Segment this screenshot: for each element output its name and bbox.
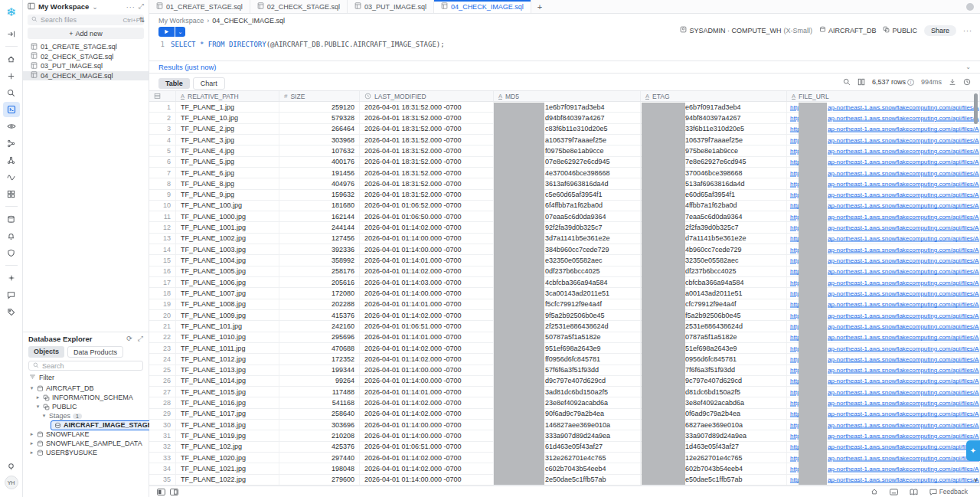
file-item[interactable]: 04_CHECK_IMAGE.sql [23,71,149,81]
share-button[interactable]: Share [924,25,956,36]
add-new-icon[interactable] [3,68,20,83]
table-row[interactable]: 22TF_PLANE_1010.jpg2956962026-04-01 01:1… [149,332,980,343]
column-header-file_url[interactable]: AFILE_URL [787,91,980,101]
results-tab[interactable]: Results (just now) [158,63,217,71]
docs-icon[interactable] [910,489,918,495]
table-row[interactable]: 8TF_PLANE_8.jpg4049762026-04-01 18:31:52… [149,178,980,189]
table-row[interactable]: 31TF_PLANE_1019.jpg2102082026-04-01 01:1… [149,430,980,441]
file-item[interactable]: 01_CREATE_STAGE.sql [23,42,149,52]
view-tab-chart[interactable]: Chart [193,77,225,90]
download-icon[interactable] [949,78,956,86]
user-avatar[interactable]: YH [5,476,18,489]
table-row[interactable]: 25TF_PLANE_1013.jpg1993442026-04-01 01:1… [149,365,980,376]
row-number-header[interactable] [149,91,176,101]
shortcuts-icon[interactable] [890,489,898,495]
toggle-editor-pane-icon[interactable] [157,489,165,495]
column-header-last_modified[interactable]: LAST_MODIFIED [360,91,494,101]
search-files-input[interactable]: Search files Ctrl+P [28,15,144,25]
expander-icon[interactable]: ▸ [35,394,41,401]
view-tab-table[interactable]: Table [158,78,190,89]
alerts-icon[interactable] [3,228,20,244]
tree-item-aircraft_image_stage[interactable]: AIRCRAFT_IMAGE_STAGE [23,420,149,430]
table-row[interactable]: 4TF_PLANE_3.jpg3039682026-04-01 18:31:52… [149,135,980,146]
tree-item-user$yusuke[interactable]: ▸USER$YUSUKE [23,448,149,457]
filter-button[interactable]: Filter [23,373,149,384]
table-row[interactable]: 10TF_PLANE_100.jpg1816802026-04-01 01:06… [149,201,980,211]
breadcrumb-root[interactable]: My Workspace [158,17,204,25]
expander-icon[interactable]: ▾ [35,404,41,410]
table-row[interactable]: 9TF_PLANE_9.jpg1596322026-04-01 18:31:52… [149,190,980,201]
explorer-tab-data-products[interactable]: Data Products [67,346,123,358]
table-row[interactable]: 24TF_PLANE_1012.jpg1723522026-04-01 01:1… [149,354,980,365]
worksheets-icon[interactable] [3,102,20,117]
table-row[interactable]: 11TF_PLANE_1000.jpg1621442026-04-01 01:0… [149,211,980,222]
scroll-down-arrow[interactable]: ▼ [973,478,978,483]
account-status-icon[interactable] [966,3,974,11]
tree-item-snowflake_sample_data[interactable]: ▸SNOWFLAKE_SAMPLE_DATA [23,439,149,448]
role-warehouse-selector[interactable]: SYSADMIN · COMPUTE_WH (X-Small) [680,26,812,34]
explorer-tab-objects[interactable]: Objects [28,346,64,358]
add-new-button[interactable]: +Add new [28,28,144,39]
marketplace-icon[interactable] [3,270,20,286]
toggle-results-pane-icon[interactable] [170,489,178,495]
data-sharing-icon[interactable] [3,136,20,151]
workspace-title[interactable]: My Workspace [38,2,89,11]
expander-icon[interactable]: ▸ [29,450,34,456]
expander-icon[interactable]: ▸ [29,431,34,437]
table-row[interactable]: 20TF_PLANE_1009.jpg4153762026-04-01 01:1… [149,310,980,321]
columns-icon[interactable] [858,78,865,86]
editor-tab-04_check_image.sql[interactable]: 04_CHECK_IMAGE.sql [434,0,531,13]
more-options-button[interactable]: ··· [963,27,972,34]
dashboards-icon[interactable] [3,186,20,201]
table-row[interactable]: 18TF_PLANE_1007.jpg1720802026-04-01 01:1… [149,288,980,299]
table-row[interactable]: 34TF_PLANE_1021.jpg1980482026-04-01 01:1… [149,463,980,474]
feedback-button[interactable]: Feedback [929,488,968,495]
scrollbar-thumb[interactable] [974,93,978,124]
help-icon[interactable] [3,459,20,474]
column-header-size[interactable]: #SIZE [279,91,360,101]
editor-tab-03_put_image.sql[interactable]: 03_PUT_IMAGE.sql [348,0,434,13]
extensions-icon[interactable] [3,304,20,319]
editor-tab-02_check_stage.sql[interactable]: 02_CHECK_STAGE.sql [250,0,348,13]
ai-ml-icon[interactable] [3,152,20,168]
table-row[interactable]: 28TF_PLANE_1016.jpg5411682026-04-01 01:1… [149,397,980,408]
tree-item-aircraft_db[interactable]: ▾AIRCRAFT_DB [23,384,149,393]
tree-item-public[interactable]: ▾PUBLIC [23,402,149,411]
expander-icon[interactable]: ▸ [29,440,34,446]
table-row[interactable]: 5TF_PLANE_4.jpg1076322026-04-01 18:31:52… [149,146,980,156]
collapse-explorer-icon[interactable]: ⤢ [138,335,143,343]
table-row[interactable]: 6TF_PLANE_5.jpg4001762026-04-01 18:31:52… [149,157,980,168]
column-header-md5[interactable]: AMD5 [494,91,641,101]
table-row[interactable]: 19TF_PLANE_1008.jpg2022882026-04-01 01:1… [149,299,980,310]
tree-item-stages[interactable]: ▾Stages1 [23,411,149,420]
table-row[interactable]: 30TF_PLANE_1018.jpg3036962026-04-01 01:1… [149,420,980,430]
sort-files-icon[interactable]: ⇅ [139,16,145,24]
database-selector[interactable]: AIRCRAFT_DB [819,26,877,34]
expander-icon[interactable]: ▾ [41,413,47,419]
table-row[interactable]: 16TF_PLANE_1005.jpg2581762026-04-01 01:1… [149,266,980,277]
table-row[interactable]: 21TF_PLANE_101.jpg2421602026-04-01 01:06… [149,321,980,332]
table-row[interactable]: 12TF_PLANE_1001.jpg2441442026-04-01 01:1… [149,222,980,233]
sql-editor[interactable]: 1 SELECT * FROM DIRECTORY(@AIRCRAFT_DB.P… [149,41,980,48]
chevron-down-icon[interactable]: ⌄ [92,3,98,11]
table-row[interactable]: 26TF_PLANE_1014.jpg992642026-04-01 01:14… [149,376,980,387]
table-row[interactable]: 33TF_PLANE_1020.jpg2974402026-04-01 01:1… [149,453,980,463]
governance-icon[interactable] [3,245,20,260]
table-row[interactable]: 2TF_PLANE_10.jpg5793282026-04-01 18:31:5… [149,113,980,123]
refresh-icon[interactable]: ⟳ [126,335,132,343]
column-header-relative_path[interactable]: ARELATIVE_PATH [176,91,279,101]
copilot-button[interactable]: ✦ [966,440,980,461]
home-icon[interactable] [3,51,20,67]
table-row[interactable]: 1TF_PLANE_1.jpg2591202026-04-01 18:31:52… [149,102,980,113]
chat-icon[interactable] [3,287,20,302]
data-icon[interactable] [3,211,20,227]
collapse-results-icon[interactable]: ⌄ [965,64,971,70]
history-icon[interactable] [963,78,971,86]
info-icon[interactable]: i [907,79,914,86]
search-results-icon[interactable] [843,78,851,86]
table-row[interactable]: 27TF_PLANE_1015.jpg1174882026-04-01 01:1… [149,387,980,397]
table-row[interactable]: 29TF_PLANE_1017.jpg2586402026-04-01 01:1… [149,409,980,420]
table-row[interactable]: 32TF_PLANE_102.jpg4253762026-04-01 01:06… [149,442,980,453]
table-row[interactable]: 3TF_PLANE_2.jpg2664642026-04-01 18:31:52… [149,124,980,135]
table-row[interactable]: 23TF_PLANE_1011.jpg4706882026-04-01 01:1… [149,343,980,354]
